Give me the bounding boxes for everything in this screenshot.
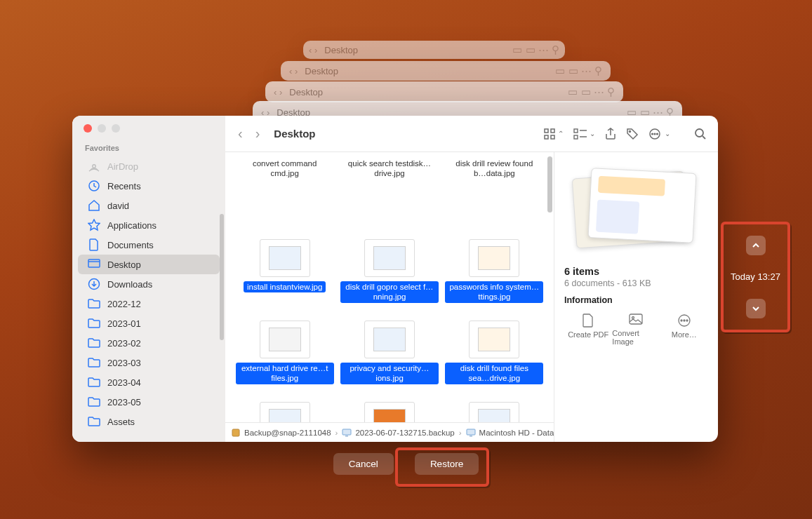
toolbar: ‹ › Desktop ⌃ ⌄ ⌄ [225,116,718,152]
svg-rect-25 [630,314,642,324]
path-segment[interactable]: Macintosh HD - Data [466,428,554,438]
sidebar-item-label: 2023-04 [107,377,141,388]
share-button[interactable] [605,128,616,140]
svg-point-15 [652,133,653,135]
sidebar-item-2023-01[interactable]: 2023-01 [78,314,220,333]
sidebar-item-david[interactable]: david [78,196,220,215]
apps-icon [88,219,100,231]
stacked-window-1: ‹ ›Desktop ▭ ▭ ⋯ ⚲ [281,61,611,81]
image-icon [629,314,643,326]
file-item[interactable]: privacy and security…ions.jpg [337,319,441,400]
sidebar-item-2023-05[interactable]: 2023-05 [78,392,220,412]
preview-title: 6 items [564,266,708,277]
dsk-icon [466,428,476,438]
folder-icon [88,396,100,408]
file-label: quick search testdisk…drive.jpg [340,158,439,180]
forward-button[interactable]: › [254,126,262,142]
svg-rect-9 [574,129,578,133]
file-item[interactable]: convert command cmd.jpg [232,156,337,238]
file-label: disk drill review found b…data.jpg [445,158,543,180]
zoom-dot[interactable] [112,124,120,133]
svg-rect-2 [88,260,100,267]
svg-rect-20 [232,429,239,436]
file-thumbnail [260,321,310,358]
tag-button[interactable] [626,128,639,140]
file-thumbnail [364,239,415,277]
time-scrubber: Today 13:27 [721,222,790,332]
minimize-dot[interactable] [98,124,106,133]
svg-rect-24 [470,436,472,437]
file-label: passwords info system…ttings.jpg [445,281,543,303]
sidebar-item-label: 2023-01 [107,318,141,329]
action-button[interactable]: ⌄ [648,128,670,140]
time-down-button[interactable] [746,299,766,318]
file-item[interactable]: install instantview.jpg [232,238,337,319]
svg-point-30 [686,320,688,321]
sidebar: Favorites AirDropRecentsdavidApplication… [72,116,225,442]
path-bar: Backup@snap-2111048›2023-06-07-132715.ba… [225,422,554,442]
sidebar-item-2022-12[interactable]: 2022-12 [78,294,220,314]
svg-rect-5 [545,129,548,133]
path-segment[interactable]: Backup@snap-2111048 [231,428,331,438]
search-button[interactable] [694,128,707,140]
sidebar-item-label: Downloads [107,279,152,290]
preview-pane: 6 items 6 documents - 613 KB Information… [554,152,718,442]
grid-scrollbar[interactable] [547,156,552,213]
convert-image-action[interactable]: Convert Image [612,314,660,346]
document-icon [582,314,594,328]
svg-rect-7 [545,135,548,139]
doc-icon [88,238,100,251]
restore-highlight [395,447,489,487]
svg-rect-21 [342,429,351,435]
stacked-window-0: ‹ ›Desktop ▭ ▭ ⋯ ⚲ [303,41,565,59]
svg-point-26 [632,317,634,319]
sidebar-item-documents[interactable]: Documents [78,235,220,255]
sidebar-item-desktop[interactable]: Desktop [78,255,220,274]
file-label: disk drill gopro select f…nning.jpg [340,281,439,303]
back-button[interactable]: ‹ [237,126,244,142]
home-icon [88,199,100,212]
file-label: convert command cmd.jpg [236,158,334,180]
file-item[interactable]: quick search testdisk…drive.jpg [337,156,441,238]
preview-info-header: Information [564,295,708,305]
stacked-title: Desktop [289,87,323,97]
favorites-header: Favorites [72,141,225,156]
sidebar-item-applications[interactable]: Applications [78,215,220,235]
sidebar-item-label: Applications [107,220,157,231]
sidebar-item-2023-04[interactable]: 2023-04 [78,372,220,392]
view-icon-button[interactable]: ⌃ [543,128,564,140]
file-item[interactable]: disk drill review found b…data.jpg [442,156,547,238]
cancel-button[interactable]: Cancel [333,453,394,475]
sidebar-item-label: david [107,201,129,211]
sidebar-item-downloads[interactable]: Downloads [78,274,220,294]
svg-point-28 [681,320,682,321]
file-item[interactable]: passwords info system…ttings.jpg [442,238,547,319]
preview-thumbnail [564,161,708,259]
file-label: install instantview.jpg [244,281,326,292]
file-grid-area: convert command cmd.jpgquick search test… [225,152,554,442]
file-item[interactable]: external hard drive re…t files.jpg [232,319,337,400]
sidebar-item-label: Desktop [107,260,141,270]
sidebar-item-recents[interactable]: Recents [78,176,220,196]
path-segment[interactable]: 2023-06-07-132715.backup [342,428,454,438]
file-item[interactable]: disk drill gopro select f…nning.jpg [337,238,441,319]
sidebar-item-assets[interactable]: Assets [78,412,220,431]
sidebar-item-label: Assets [107,417,135,427]
file-item[interactable]: elpy.jpg [337,400,441,422]
sidebar-item-airdrop[interactable]: AirDrop [78,156,220,176]
file-item[interactable]: disk drill scan sd card canon.jpg [442,400,547,422]
group-button[interactable]: ⌄ [573,128,595,140]
sidebar-item-label: 2022-12 [107,299,141,309]
file-item[interactable]: search for lost data dis…age.jpg [232,400,337,422]
sidebar-item-2023-03[interactable]: 2023-03 [78,353,220,372]
create-pdf-action[interactable]: Create PDF [564,314,612,346]
dsk-icon [342,428,352,438]
sidebar-scrollbar[interactable] [220,214,224,340]
close-dot[interactable] [84,124,92,133]
svg-point-16 [654,133,655,135]
more-action[interactable]: More… [660,314,708,346]
file-item[interactable]: disk drill found files sea…drive.jpg [442,319,547,400]
time-up-button[interactable] [746,236,766,255]
finder-window: Favorites AirDropRecentsdavidApplication… [72,116,718,442]
sidebar-item-2023-02[interactable]: 2023-02 [78,333,220,353]
